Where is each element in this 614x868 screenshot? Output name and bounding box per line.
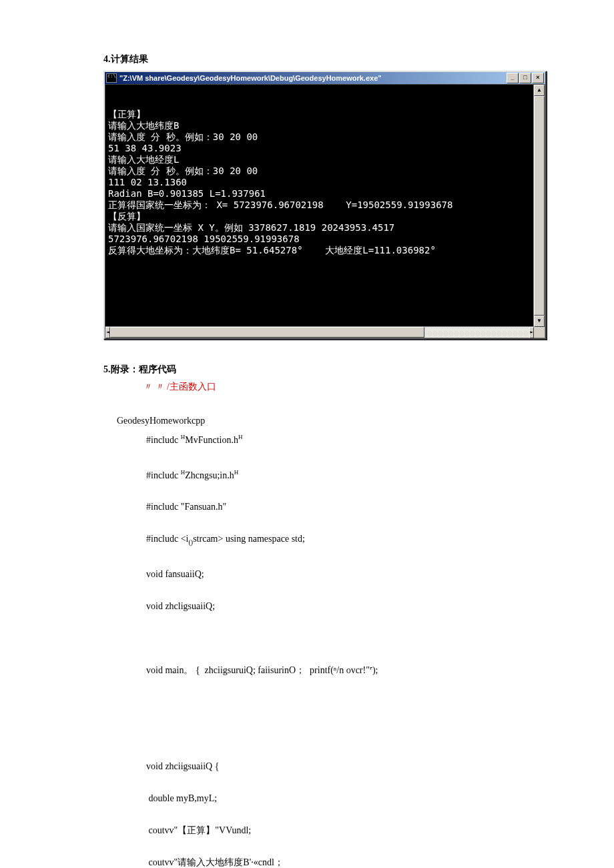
code-filename: GeodesyHomeworkcpp: [117, 416, 205, 426]
code-line: coutvv"请输入大地纬度B'·«cndl；: [117, 855, 511, 868]
console-line: 正算得国家统一坐标为： X= 5723976.96702198 Y=195025…: [108, 199, 452, 210]
console-output: 【正算】 请输入大地纬度B 请输入度 分 秒。例如：30 20 00 51 38…: [108, 109, 542, 268]
console-line: 反算得大地坐标为：大地纬度B= 51.645278° 大地经度L=111.036…: [108, 245, 436, 256]
code-line: void zhcligsuaiiQ;: [117, 598, 511, 614]
scrollbar-vertical[interactable]: ▲ ▼: [533, 85, 545, 327]
console-body: 【正算】 请输入大地纬度B 请输入度 分 秒。例如：30 20 00 51 38…: [105, 84, 545, 338]
console-line: 5723976.96702198 19502559.91993678: [108, 234, 300, 244]
maximize-button[interactable]: □: [519, 73, 531, 83]
titlebar-buttons: _ □ ×: [507, 73, 544, 83]
console-line: 请输入大地纬度B: [108, 120, 179, 131]
scroll-right-icon[interactable]: ►: [529, 327, 534, 338]
minimize-button[interactable]: _: [507, 73, 519, 83]
resize-grip[interactable]: [534, 327, 545, 338]
scrollbar-horizontal[interactable]: ◄ ►: [105, 326, 534, 338]
close-button[interactable]: ×: [532, 73, 544, 83]
section5-heading: 5.附录：程序代码: [103, 364, 511, 376]
titlebar-left: "Z:\VM share\Geodesy\GeodesyHomework\Deb…: [106, 73, 382, 83]
section4-heading: 4.计算结果: [103, 53, 511, 65]
code-line: void main。 { zhciigsuruiQ; faiisurinO； p…: [117, 663, 511, 679]
code-line: void fansuaiiQ;: [117, 566, 511, 582]
console-line: 请输入度 分 秒。例如：30 20 00: [108, 131, 258, 142]
code-line: #includc HZhcngsu;in.hH: [117, 464, 511, 484]
titlebar: "Z:\VM share\Geodesy\GeodesyHomework\Deb…: [105, 72, 545, 84]
console-line: 【正算】: [108, 109, 145, 119]
console-line: Radian B=0.901385 L=1.937961: [108, 188, 266, 199]
section5: 5.附录：程序代码 〃 〃 /主函数入口 GeodesyHomeworkcpp …: [103, 364, 511, 868]
console-line: 请输入大地经度L: [108, 154, 179, 165]
console-line: 请输入国家统一坐标 X Y。例如 3378627.1819 20243953.4…: [108, 222, 394, 233]
scroll-up-icon[interactable]: ▲: [534, 85, 545, 96]
scroll-thumb-h[interactable]: [110, 327, 424, 338]
page: 4.计算结果 "Z:\VM share\Geodesy\GeodesyHomew…: [0, 0, 614, 868]
scroll-down-icon[interactable]: ▼: [534, 316, 545, 327]
code-line: #includc HMvFunction.hH: [117, 429, 511, 448]
code-comment: 〃 〃 /主函数入口: [143, 381, 511, 393]
scroll-thumb-v[interactable]: [534, 96, 545, 316]
scroll-track-h[interactable]: [110, 327, 529, 338]
code-line: #includc "Fansuan.h": [117, 499, 511, 515]
code-line: #includc <i()strcam> using namespace std…: [117, 531, 511, 550]
scroll-track-v[interactable]: [534, 96, 545, 316]
console-window: "Z:\VM share\Geodesy\GeodesyHomework\Deb…: [103, 71, 547, 340]
code-line: double myB,myL;: [117, 791, 511, 807]
code-line: coutvv"【正算】"VVundl;: [117, 823, 511, 839]
console-line: 【反算】: [108, 211, 145, 222]
scroll-left-icon[interactable]: ◄: [105, 327, 110, 338]
window-title: "Z:\VM share\Geodesy\GeodesyHomework\Deb…: [119, 74, 382, 82]
console-line: 51 38 43.9023: [108, 143, 182, 153]
code-line: void zhciigsuaiiQ {: [117, 759, 511, 775]
console-line: 请输入度 分 秒。例如：30 20 00: [108, 165, 258, 176]
code-block: GeodesyHomeworkcpp #includc HMvFunction.…: [117, 397, 511, 868]
console-line: 111 02 13.1360: [108, 177, 187, 187]
cmd-icon: [106, 73, 117, 83]
